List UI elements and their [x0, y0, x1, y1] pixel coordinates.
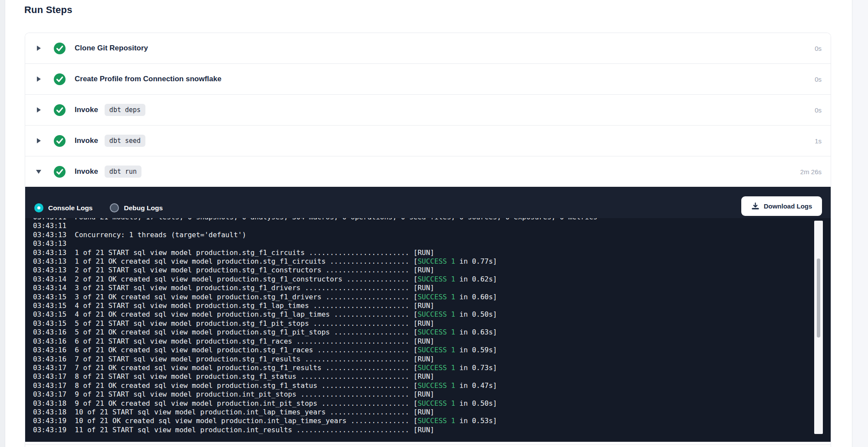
radio-icon[interactable] — [34, 203, 43, 212]
step-row[interactable]: Invoke dbt deps 0s — [25, 94, 831, 125]
step-duration: 0s — [815, 76, 831, 83]
log-tab-label: Debug Logs — [124, 204, 163, 212]
success-check-icon — [54, 104, 66, 116]
download-icon — [751, 202, 760, 210]
right-page-gutter — [852, 0, 868, 447]
success-check-icon — [54, 135, 66, 147]
step-label: Invoke — [75, 106, 98, 114]
log-line: 03:43:14 3 of 21 START sql view model pr… — [33, 284, 831, 292]
step-duration: 0s — [815, 106, 831, 114]
step-command-badge: dbt seed — [105, 135, 145, 147]
log-timestamp: 03:43:11 — [33, 222, 75, 230]
log-timestamp: 03:43:17 — [33, 390, 75, 398]
log-line: 03:43:17 8 of 21 START sql view model pr… — [33, 372, 831, 381]
log-timestamp: 03:43:13 — [33, 231, 75, 239]
log-scrollbar-thumb[interactable] — [817, 258, 820, 338]
log-timestamp: 03:43:17 — [33, 372, 75, 381]
log-tab[interactable]: Debug Logs — [110, 203, 163, 212]
log-line: 03:43:16 6 of 21 OK created sql view mod… — [33, 346, 831, 354]
success-check-icon — [54, 73, 66, 85]
log-tabs: Console Logs Debug Logs — [34, 203, 180, 212]
log-line: 03:43:13 1 of 21 OK created sql view mod… — [33, 257, 831, 266]
log-tab-label: Console Logs — [48, 204, 92, 212]
step-duration: 2m 26s — [800, 168, 831, 175]
step-row[interactable]: Invoke dbt seed 1s — [25, 125, 831, 156]
step-command-badge: dbt run — [105, 166, 141, 178]
log-timestamp: 03:43:15 — [33, 293, 75, 301]
log-tab[interactable]: Console Logs — [34, 203, 92, 212]
success-check-icon — [54, 43, 66, 54]
log-timestamp: 03:43:18 — [33, 399, 75, 407]
next-step-divider — [25, 444, 831, 447]
download-logs-button[interactable]: Download Logs — [741, 196, 822, 216]
log-timestamp: 03:43:16 — [33, 355, 75, 363]
log-timestamp: 03:43:15 — [33, 319, 75, 328]
log-timestamp: 03:43:17 — [33, 364, 75, 372]
log-line: 03:43:15 4 of 21 START sql view model pr… — [33, 301, 831, 310]
log-line: 03:43:11 Found 21 models, 17 tests, 0 sn… — [33, 218, 831, 222]
log-timestamp: 03:43:14 — [33, 284, 75, 292]
log-line: 03:43:15 3 of 21 OK created sql view mod… — [33, 293, 831, 301]
caret-icon[interactable] — [36, 76, 41, 82]
caret-icon[interactable] — [36, 107, 41, 113]
log-timestamp: 03:43:15 — [33, 310, 75, 318]
log-timestamp: 03:43:19 — [33, 426, 75, 434]
log-line: 03:43:13 Concurrency: 1 threads (target=… — [33, 231, 831, 239]
log-line: 03:43:16 7 of 21 START sql view model pr… — [33, 355, 831, 364]
log-timestamp: 03:43:15 — [33, 301, 75, 310]
radio-icon[interactable] — [110, 203, 119, 212]
log-timestamp: 03:43:18 — [33, 408, 75, 416]
step-row[interactable]: Invoke dbt run 2m 26s — [25, 156, 831, 187]
log-line: 03:43:14 2 of 21 OK created sql view mod… — [33, 275, 831, 284]
caret-icon[interactable] — [36, 138, 41, 143]
log-timestamp: 03:43:13 — [33, 248, 75, 257]
log-line: 03:43:15 4 of 21 OK created sql view mod… — [33, 310, 831, 319]
log-timestamp: 03:43:19 — [33, 417, 75, 425]
caret-icon[interactable] — [36, 46, 41, 51]
left-page-gutter — [0, 0, 5, 447]
step-label: Invoke — [75, 136, 98, 145]
step-duration: 0s — [815, 45, 831, 52]
console-log-output[interactable]: 03:43:11 Found 21 models, 17 tests, 0 sn… — [25, 218, 831, 442]
log-line: 03:43:16 5 of 21 OK created sql view mod… — [33, 328, 831, 337]
success-check-icon — [54, 166, 66, 178]
log-line: 03:43:17 7 of 21 OK created sql view mod… — [33, 364, 831, 372]
page-title: Run Steps — [24, 4, 72, 16]
log-line: 03:43:17 8 of 21 OK created sql view mod… — [33, 381, 831, 390]
log-timestamp: 03:43:13 — [33, 257, 75, 265]
step-label: Create Profile from Connection snowflake — [75, 75, 221, 83]
log-line: 03:43:13 1 of 21 START sql view model pr… — [33, 248, 831, 257]
log-line: 03:43:13 2 of 21 START sql view model pr… — [33, 266, 831, 275]
log-content: 03:43:11 Found 21 models, 17 tests, 0 sn… — [33, 218, 831, 434]
log-timestamp: 03:43:14 — [33, 275, 75, 283]
log-line: 03:43:19 11 of 21 START sql view model p… — [33, 426, 831, 434]
log-line: 03:43:18 9 of 21 OK created sql view mod… — [33, 399, 831, 408]
log-timestamp: 03:43:13 — [33, 239, 75, 248]
log-timestamp: 03:43:13 — [33, 266, 75, 274]
log-line: 03:43:15 5 of 21 START sql view model pr… — [33, 319, 831, 328]
caret-icon[interactable] — [36, 169, 41, 174]
log-line: 03:43:11 — [33, 222, 831, 230]
step-row[interactable]: Create Profile from Connection snowflake… — [25, 63, 831, 94]
log-line: 03:43:18 10 of 21 START sql view model p… — [33, 408, 831, 417]
log-timestamp: 03:43:17 — [33, 381, 75, 390]
step-duration: 1s — [815, 137, 831, 145]
log-timestamp: 03:43:16 — [33, 337, 75, 345]
log-line: 03:43:19 10 of 21 OK created sql view mo… — [33, 417, 831, 425]
log-line: 03:43:16 6 of 21 START sql view model pr… — [33, 337, 831, 346]
log-line: 03:43:13 — [33, 239, 831, 248]
log-scrollbar-track[interactable] — [814, 221, 823, 434]
log-panel: Console Logs Debug Logs Download Logs 03… — [25, 187, 831, 442]
download-logs-label: Download Logs — [764, 202, 812, 210]
step-label: Clone Git Repository — [75, 44, 148, 53]
log-line: 03:43:17 9 of 21 START sql view model pr… — [33, 390, 831, 399]
log-timestamp: 03:43:16 — [33, 346, 75, 354]
steps-list: Clone Git Repository 0s Create Profile f… — [25, 33, 831, 187]
step-command-badge: dbt deps — [105, 104, 145, 116]
log-timestamp: 03:43:11 — [33, 218, 75, 221]
run-steps-card: Clone Git Repository 0s Create Profile f… — [25, 33, 831, 447]
step-row[interactable]: Clone Git Repository 0s — [25, 33, 831, 63]
log-timestamp: 03:43:16 — [33, 328, 75, 336]
step-label: Invoke — [75, 167, 98, 176]
